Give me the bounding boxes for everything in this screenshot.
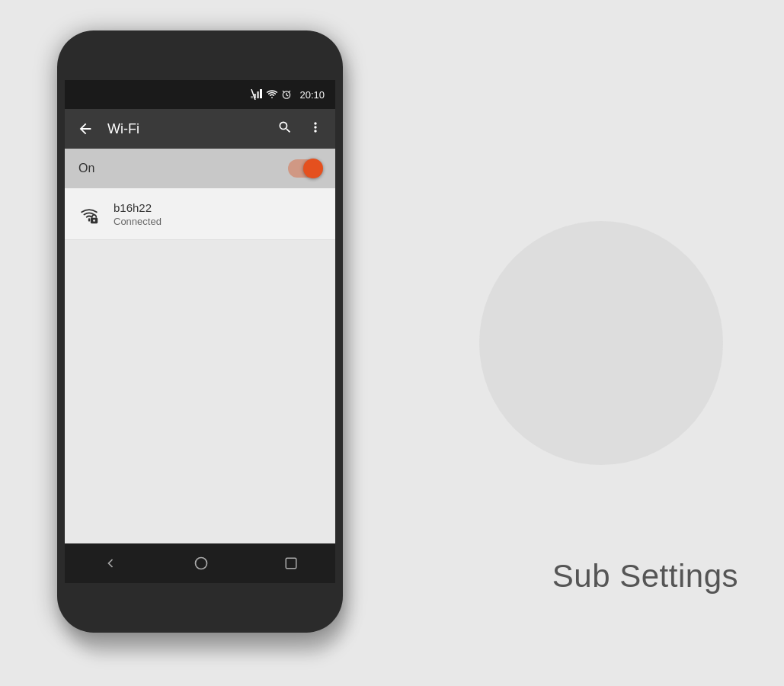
network-item[interactable]: b16h22 Connected <box>65 188 335 240</box>
network-list: b16h22 Connected <box>65 188 335 240</box>
alarm-icon <box>281 89 292 100</box>
status-icons <box>251 89 292 100</box>
status-time: 20:10 <box>299 89 325 101</box>
sub-settings-label: Sub Settings <box>552 558 738 595</box>
more-options-button[interactable] <box>303 115 328 143</box>
back-button[interactable] <box>72 116 98 142</box>
toggle-knob <box>303 159 323 178</box>
wifi-toggle-switch[interactable] <box>288 159 322 178</box>
toolbar: Wi-Fi <box>65 109 335 149</box>
nav-home-button[interactable] <box>178 550 224 577</box>
phone-frame: 20:10 Wi-Fi <box>57 30 354 656</box>
search-button[interactable] <box>273 115 297 143</box>
network-name: b16h22 <box>114 201 162 214</box>
network-info: b16h22 Connected <box>114 201 162 227</box>
svg-point-8 <box>195 558 206 569</box>
svg-marker-3 <box>260 89 262 98</box>
toolbar-title: Wi-Fi <box>104 121 267 137</box>
toggle-label: On <box>78 162 288 175</box>
wifi-toggle-row[interactable]: On <box>65 149 335 188</box>
network-status: Connected <box>114 216 162 227</box>
bottom-nav <box>65 543 335 583</box>
nav-back-button[interactable] <box>88 550 133 577</box>
nav-recents-button[interactable] <box>269 550 313 576</box>
svg-rect-9 <box>286 558 296 569</box>
svg-rect-7 <box>93 220 95 222</box>
svg-marker-2 <box>257 91 259 98</box>
wifi-status-icon <box>266 89 278 100</box>
phone-body: 20:10 Wi-Fi <box>57 30 343 633</box>
background-circle <box>479 221 723 465</box>
wifi-locked-icon <box>77 202 101 226</box>
signal-icon <box>251 89 263 100</box>
status-bar: 20:10 <box>65 80 335 109</box>
phone-screen: 20:10 Wi-Fi <box>65 80 335 583</box>
svg-marker-0 <box>251 96 253 98</box>
